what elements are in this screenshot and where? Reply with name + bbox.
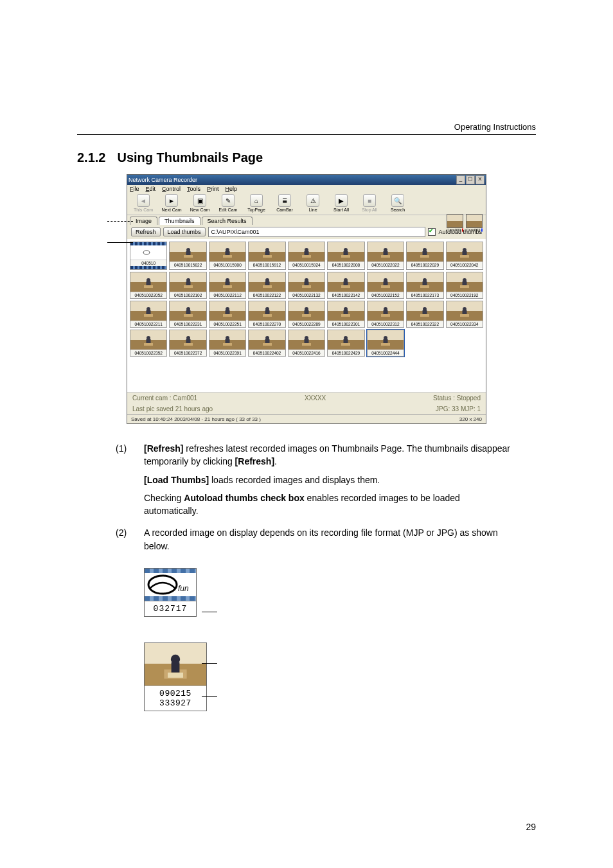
thumbnail[interactable]: 040510022192: [446, 272, 483, 299]
tab-thumbnails[interactable]: Thumbnails: [159, 217, 200, 225]
svg-rect-105: [168, 673, 183, 678]
thumbnail-image: [249, 272, 285, 292]
thumbnail-caption: 040510022402: [249, 350, 285, 356]
thumbnail-caption: 040510022112: [209, 292, 245, 298]
svg-rect-6: [223, 255, 232, 258]
thumbnail[interactable]: 040510022052: [130, 272, 167, 299]
thumbnail-image: [407, 301, 443, 321]
thumbnail[interactable]: 040510022251: [209, 301, 246, 328]
svg-rect-36: [263, 285, 272, 288]
path-field[interactable]: C:\AUPIX\Cam001: [208, 227, 426, 237]
thumbnail[interactable]: 040510022301: [327, 301, 364, 328]
thumbnail[interactable]: 040510022152: [367, 272, 404, 299]
thumbnail-caption: 040510022008: [328, 261, 364, 268]
svg-rect-12: [302, 255, 311, 258]
thumbnail[interactable]: 040510022416: [288, 330, 325, 357]
thumbnail-caption: 040510022152: [368, 292, 404, 298]
sample-jpg-caption: 090215 333927: [145, 686, 206, 711]
thumbnail[interactable]: 040510022029: [406, 242, 443, 270]
window-titlebar[interactable]: Network Camera Recorder _ ▢ X: [127, 175, 486, 185]
thumbnail-image: [130, 245, 166, 260]
thumbnail-caption: 040510022142: [328, 292, 364, 298]
thumbnail[interactable]: 040510022102: [169, 272, 206, 299]
status-dot-icon: [462, 228, 463, 232]
toolbar-toppage[interactable]: ⌂TopPage: [243, 194, 270, 212]
menu-help[interactable]: Help: [226, 186, 238, 192]
toolbar-line[interactable]: ⚠Line: [299, 194, 326, 212]
thumbnail[interactable]: 040510022322: [406, 301, 443, 328]
load-thumbs-button[interactable]: Load thumbs: [163, 227, 206, 236]
thumbnail-caption: 040510022289: [289, 321, 324, 327]
thumbnail-caption: 040510022102: [170, 292, 206, 298]
svg-rect-18: [381, 255, 390, 258]
thumbnail-image: [289, 242, 324, 261]
para-1c: Checking Autoload thumbs check box enabl…: [144, 492, 510, 518]
autoload-thumbs-checkbox[interactable]: [428, 228, 436, 236]
toolbar-edit-cam[interactable]: ✎Edit Cam: [215, 194, 242, 212]
thumbnail[interactable]: 040510022231: [169, 301, 206, 328]
thumbnail-image: [368, 272, 404, 292]
film-logo-icon: fun: [145, 569, 196, 600]
thumbnail[interactable]: 040510022211: [130, 301, 167, 328]
toolbar-start-all[interactable]: ▶Start All: [328, 194, 355, 212]
menu-edit[interactable]: Edit: [146, 186, 156, 192]
thumbnail[interactable]: 040510022334: [446, 301, 483, 328]
menu-print[interactable]: Print: [207, 186, 219, 192]
thumbnail[interactable]: 040510022391: [209, 330, 246, 357]
toolbar-label: Line: [299, 208, 326, 212]
current-cam-label: Current cam : Cam001: [132, 394, 197, 402]
sample-mjp-caption: 032717: [145, 601, 196, 616]
toolbar-search[interactable]: 🔍Search: [384, 194, 411, 212]
mini-cam[interactable]: Cam001: [447, 214, 463, 232]
thumbnail[interactable]: 040510022270: [248, 301, 285, 328]
thumbnail[interactable]: 040510022042: [446, 242, 483, 270]
thumbnail[interactable]: 040510022402: [248, 330, 285, 357]
tab-image[interactable]: Image: [130, 217, 157, 225]
svg-rect-30: [184, 285, 193, 288]
refresh-button[interactable]: Refresh: [131, 227, 161, 236]
thumbnail[interactable]: 040510022429: [327, 330, 364, 357]
thumbnail[interactable]: 040510022173: [406, 272, 443, 299]
thumbnail-caption: 040510022132: [289, 292, 324, 298]
minimize-button[interactable]: _: [456, 175, 465, 184]
toolbar-new-cam[interactable]: ▣New Cam: [186, 194, 213, 212]
thumbnail-caption: 040510022429: [328, 350, 364, 356]
thumbnail[interactable]: 040510015912: [248, 242, 285, 270]
thumbnail-caption: 040510022391: [209, 350, 245, 356]
svg-rect-60: [223, 314, 232, 317]
thumbnail[interactable]: 040510022122: [248, 272, 285, 299]
toolbar-next-cam[interactable]: ►Next Cam: [158, 194, 185, 212]
thumbnail[interactable]: 040510022112: [209, 272, 246, 299]
close-button[interactable]: X: [475, 175, 484, 184]
thumbnail[interactable]: 040510015924: [288, 242, 325, 270]
thumbnail[interactable]: 040510022289: [288, 301, 325, 328]
thumbnail-caption: 040510015900: [209, 261, 245, 268]
toolbar-label: CamBar: [271, 208, 298, 212]
thumbnail[interactable]: 040510022142: [327, 272, 364, 299]
thumbnail-caption: 040510022022: [368, 261, 404, 268]
menu-control[interactable]: Control: [162, 186, 181, 192]
thumbnail-caption: 040510022352: [130, 350, 166, 356]
last-pic-label: Last pic saved 21 hours ago: [132, 405, 213, 412]
svg-rect-48: [420, 285, 429, 288]
thumbnail[interactable]: 040510022312: [367, 301, 404, 328]
resolution-info: 320 x 240: [459, 416, 482, 422]
menu-file[interactable]: File: [130, 186, 139, 192]
thumbnail[interactable]: 040510022022: [367, 242, 404, 270]
thumbnail-image: [328, 242, 364, 261]
menu-tools[interactable]: Tools: [187, 186, 200, 192]
thumbnail[interactable]: 040510: [130, 242, 167, 270]
thumbnail-image: [209, 301, 245, 321]
thumbnail[interactable]: 040510022372: [169, 330, 206, 357]
thumbnail[interactable]: 040510022444: [367, 330, 404, 357]
thumbnail[interactable]: 040510022008: [327, 242, 364, 270]
thumbnail[interactable]: 040510022132: [288, 272, 325, 299]
thumbnail[interactable]: 040510022352: [130, 330, 167, 357]
tab-search-results[interactable]: Search Results: [202, 217, 253, 225]
maximize-button[interactable]: ▢: [466, 175, 475, 184]
toolbar-cambar[interactable]: ≣CamBar: [271, 194, 298, 212]
svg-rect-81: [144, 343, 153, 346]
thumbnail[interactable]: 040510015900: [209, 242, 246, 270]
mini-cam[interactable]: Cam002: [466, 214, 483, 232]
thumbnail[interactable]: 040510015822: [169, 242, 206, 270]
